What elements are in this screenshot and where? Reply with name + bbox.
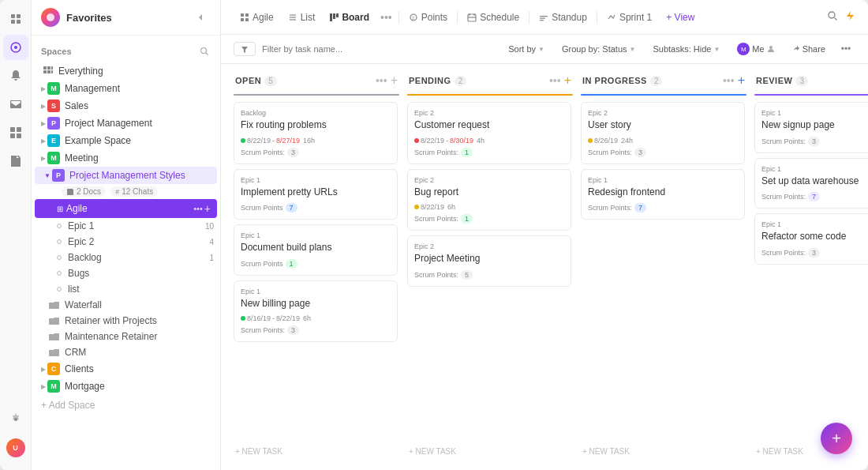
user-avatar-icon[interactable]: U xyxy=(3,435,28,461)
col-pending-dots[interactable]: ••• xyxy=(549,74,561,87)
filter-button[interactable] xyxy=(234,42,256,56)
main-content: Agile List Board ••• Σ Points Schedule xyxy=(221,0,868,470)
card-pretty-urls[interactable]: Epic 1 Implement pretty URLs Scrum Point… xyxy=(234,169,398,220)
col-open-add[interactable]: + xyxy=(391,73,398,88)
fab-button[interactable]: + xyxy=(821,423,852,454)
epic1-count: 10 xyxy=(205,222,214,231)
card-user-story[interactable]: Epic 2 User story 8/26/19 24h Scrum Poin… xyxy=(581,102,745,164)
card-customer-request[interactable]: Epic 2 Customer request 8/22/19 - 8/30/1… xyxy=(407,102,571,164)
sidebar-item-example[interactable]: ▶ E Example Space xyxy=(32,132,220,149)
sidebar-item-agile[interactable]: ⊞ Agile ••• + xyxy=(35,199,217,218)
agile-add-icon[interactable]: + xyxy=(204,202,211,215)
nav-divider-2 xyxy=(457,11,458,24)
favorites-title: Favorites xyxy=(66,12,192,24)
example-icon: E xyxy=(47,134,60,147)
sidebar-item-mortgage[interactable]: ▶ M Mortgage xyxy=(32,378,220,395)
col-progress-add[interactable]: + xyxy=(738,73,745,88)
sidebar-subitem-list[interactable]: list xyxy=(32,281,220,297)
sidebar-item-pm-styles[interactable]: ▼ P Project Management Styles xyxy=(35,167,217,184)
card-warehouse-row: Set up data warehouse 7 xyxy=(761,175,868,193)
chats-badge[interactable]: # 12 Chats xyxy=(110,186,158,197)
lightning-icon[interactable] xyxy=(844,10,855,24)
card-bug-epic: Epic 2 xyxy=(414,176,564,184)
review-new-task[interactable]: + NEW TASK xyxy=(754,442,868,461)
card-data-warehouse[interactable]: Epic 1 Set up data warehouse 7 Scrum Poi… xyxy=(754,158,868,209)
tab-points[interactable]: Σ Points xyxy=(402,9,454,26)
sidebar-subitem-backlog[interactable]: Backlog 1 xyxy=(32,250,220,265)
home-icon[interactable] xyxy=(3,6,28,32)
tab-standup[interactable]: Standup xyxy=(533,9,593,26)
docs-badge[interactable]: 2 Docs xyxy=(62,186,106,197)
subtasks-chip[interactable]: Subtasks: Hide ▼ xyxy=(646,42,726,56)
inbox-icon[interactable] xyxy=(3,92,28,117)
settings-icon[interactable] xyxy=(3,407,28,432)
sidebar-subitem-epic2[interactable]: Epic 2 4 xyxy=(32,234,220,250)
pending-new-task[interactable]: + NEW TASK xyxy=(407,442,573,461)
me-chip[interactable]: M Me xyxy=(731,40,780,58)
column-review: REVIEW 3 ••• + Epic 1 New signup page 7 xyxy=(754,73,868,461)
search-icon[interactable] xyxy=(827,10,838,24)
sidebar-subitem-epic1[interactable]: Epic 1 10 xyxy=(32,218,220,234)
col-progress-dots[interactable]: ••• xyxy=(723,74,735,87)
tab-schedule[interactable]: Schedule xyxy=(461,9,526,26)
more-options-icon[interactable]: ••• xyxy=(836,39,855,58)
sidebar-item-everything[interactable]: Everything xyxy=(35,62,217,80)
card-bug-report[interactable]: Epic 2 Bug report 8/22/19 6h Scrum Point… xyxy=(407,169,571,231)
tab-list[interactable]: List xyxy=(282,9,322,26)
card-fix-routing[interactable]: Backlog Fix routing problems 8/22/19 - 8… xyxy=(234,102,398,164)
sidebar-folder-maintenance[interactable]: Maintenance Retainer xyxy=(32,329,220,344)
grid2-icon[interactable] xyxy=(3,120,28,145)
board-more-icon[interactable]: ••• xyxy=(377,11,395,24)
tab-agile[interactable]: Agile xyxy=(234,9,280,26)
search-spaces-button[interactable] xyxy=(195,42,214,61)
card-doc-build[interactable]: Epic 1 Document build plans Scrum Points… xyxy=(234,224,398,276)
card-bug-date: 8/22/19 xyxy=(414,203,444,211)
filter-input[interactable] xyxy=(262,44,496,54)
subtasks-chevron: ▼ xyxy=(713,46,720,53)
add-view-label: + View xyxy=(666,12,694,23)
tab-board-label: Board xyxy=(342,12,369,23)
add-space-button[interactable]: + Add Space xyxy=(32,395,220,415)
card-signup[interactable]: Epic 1 New signup page 7 Scrum Points: 3 xyxy=(754,102,868,153)
meeting-label: Meeting xyxy=(65,152,214,164)
card-bug-points: Scrum Points: 1 xyxy=(414,214,564,224)
sidebar-folder-retainer[interactable]: Retainer with Projects xyxy=(32,313,220,329)
col-pending-add[interactable]: + xyxy=(564,73,571,88)
tab-board[interactable]: Board xyxy=(323,9,376,26)
progress-new-task[interactable]: + NEW TASK xyxy=(581,442,746,461)
col-open-dots[interactable]: ••• xyxy=(376,74,387,87)
card-warehouse-points: Scrum Points: 7 xyxy=(761,192,868,201)
spaces-icon[interactable] xyxy=(3,35,28,60)
column-pending: PENDING 2 ••• + Epic 2 Customer request … xyxy=(407,73,573,461)
svg-rect-19 xyxy=(241,13,244,17)
sidebar-subitem-bugs[interactable]: Bugs xyxy=(32,265,220,281)
sidebar-item-project-mgmt[interactable]: ▶ P Project Management xyxy=(32,115,220,132)
sort-chip[interactable]: Sort by ▼ xyxy=(502,42,551,56)
card-redesign[interactable]: Epic 1 Redesign frontend Scrum Points: 7 xyxy=(581,169,745,220)
card-fix-routing-date: 8/22/19 - 8/27/19 xyxy=(241,137,300,145)
group-label: Group by: Status xyxy=(562,44,627,54)
sidebar-item-meeting[interactable]: ▶ M Meeting xyxy=(32,149,220,167)
svg-rect-37 xyxy=(540,20,544,21)
tab-sprint[interactable]: Sprint 1 xyxy=(600,9,658,26)
sidebar-item-management[interactable]: ▶ M Management xyxy=(32,80,220,97)
sidebar-folder-crm[interactable]: CRM xyxy=(32,344,220,360)
sidebar-header: Favorites xyxy=(32,0,220,36)
svg-rect-21 xyxy=(241,18,244,21)
card-billing[interactable]: Epic 1 New billing page 8/16/19 - 8/22/1… xyxy=(234,280,398,343)
sidebar-folder-waterfall[interactable]: Waterfall xyxy=(32,297,220,313)
sidebar-item-clients[interactable]: ▶ C Clients xyxy=(32,360,220,378)
card-refactor[interactable]: Epic 1 Refactor some code Scrum Points: … xyxy=(754,213,868,265)
group-chip[interactable]: Group by: Status ▼ xyxy=(556,42,642,56)
agile-options-icon[interactable]: ••• xyxy=(193,204,203,213)
management-icon: M xyxy=(47,82,60,95)
tab-add-view[interactable]: + View xyxy=(660,9,701,26)
share-button[interactable]: Share xyxy=(786,42,832,56)
card-project-meeting[interactable]: Epic 2 Project Meeting Scrum Points: 5 xyxy=(407,235,571,287)
open-new-task[interactable]: + NEW TASK xyxy=(234,442,399,461)
collapse-sidebar-button[interactable] xyxy=(192,8,211,27)
docs-icon[interactable] xyxy=(3,149,28,174)
sidebar-item-sales[interactable]: ▶ S Sales xyxy=(32,97,220,115)
notifications-icon[interactable] xyxy=(3,63,28,88)
epic1-label: Epic 1 xyxy=(68,220,205,231)
